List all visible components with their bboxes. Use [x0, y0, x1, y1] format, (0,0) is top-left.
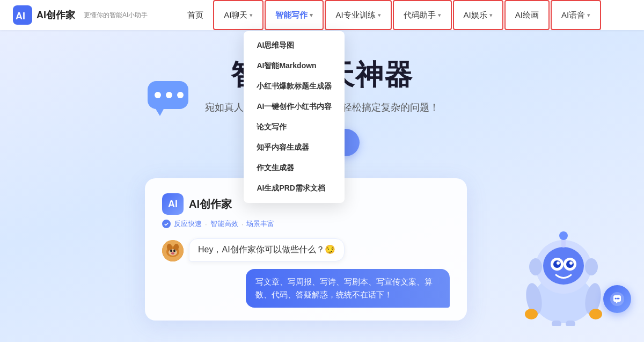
code-helper-arrow-icon: ▾ [438, 12, 441, 19]
svg-point-14 [173, 250, 175, 252]
nav-item-ai-train[interactable]: AI专业训练 ▾ [325, 0, 391, 30]
svg-point-38 [618, 298, 620, 300]
chat-card-title: AI创作家 [189, 197, 232, 212]
nav-label-code-helper: 代码助手 [404, 10, 436, 20]
nav-label-ai-fun: AI娱乐 [464, 10, 487, 20]
robot-illustration [515, 219, 612, 326]
chat-tag-3: 场景丰富 [246, 219, 274, 229]
nav-item-ai-fun[interactable]: AI娱乐 ▾ [453, 0, 503, 30]
chat-tag-2: 智能高效 [210, 219, 238, 229]
nav-item-home[interactable]: 首页 [178, 0, 213, 30]
nav-label-ai-voice: AI语音 [561, 10, 585, 20]
dropdown-item-article-gen[interactable]: 作文生成器 [244, 158, 345, 178]
svg-point-25 [529, 258, 542, 275]
header: AI AI创作家 更懂你的智能AI小助手 首页 AI聊天 ▾ 智能写作 ▾ AI… [0, 0, 644, 30]
dropdown-item-mind-map[interactable]: AI思维导图 [244, 35, 345, 56]
main-nav: 首页 AI聊天 ▾ 智能写作 ▾ AI思维导图 AI智能Markdown 小红书… [148, 0, 631, 30]
logo-sub: 更懂你的智能AI小助手 [84, 11, 148, 20]
svg-point-15 [171, 252, 174, 254]
user-avatar-img [162, 240, 184, 261]
svg-point-7 [162, 220, 171, 228]
ai-voice-arrow-icon: ▾ [587, 12, 590, 19]
svg-rect-33 [552, 321, 561, 326]
chat-support-button[interactable] [603, 285, 631, 313]
user-avatar [162, 240, 184, 261]
nav-label-ai-chat: AI聊天 [224, 10, 247, 20]
svg-text:AI: AI [16, 11, 25, 21]
ai-chat-bubble: 写文章、写周报、写诗、写剧本、写宣传文案、算数、代码、答疑解惑，统统不在话下！ [162, 269, 450, 308]
nav-item-code-helper[interactable]: 代码助手 ▾ [393, 0, 452, 30]
dropdown-item-paper-writing[interactable]: 论文写作 [244, 117, 345, 137]
logo-icon: AI [13, 5, 32, 25]
chat-tag-1: 反应快速 [174, 219, 202, 229]
svg-rect-34 [566, 321, 575, 326]
svg-point-28 [559, 231, 568, 240]
svg-point-32 [589, 309, 602, 319]
nav-label-smart-write: 智能写作 [275, 10, 308, 20]
svg-point-18 [543, 247, 584, 285]
ai-chat-arrow-icon: ▾ [250, 12, 253, 19]
svg-point-36 [615, 298, 617, 300]
svg-point-13 [170, 250, 172, 252]
nav-item-ai-chat[interactable]: AI聊天 ▾ [213, 0, 264, 30]
dropdown-item-smart-md[interactable]: AI智能Markdown [244, 56, 345, 76]
chat-support-icon [610, 292, 625, 307]
user-message: Hey，AI创作家你可以做些什么？😏 [189, 238, 345, 261]
chat-tags: 反应快速 · 智能高效 · 场景丰富 [162, 219, 450, 229]
logo-area: AI AI创作家 更懂你的智能AI小助手 [13, 5, 148, 25]
dropdown-item-xiaohongshu-title[interactable]: 小红书爆款标题生成器 [244, 76, 345, 97]
ai-fun-arrow-icon: ▾ [489, 12, 493, 19]
nav-label-home: 首页 [187, 10, 203, 20]
logo-text: AI创作家 [36, 9, 75, 21]
svg-point-26 [585, 258, 598, 275]
nav-item-smart-write[interactable]: 智能写作 ▾ AI思维导图 AI智能Markdown 小红书爆款标题生成器 AI… [265, 0, 324, 30]
nav-label-ai-train: AI专业训练 [335, 10, 375, 20]
nav-item-ai-draw[interactable]: AI绘画 [504, 0, 550, 30]
tag-icon [162, 220, 171, 228]
dropdown-item-prd-gen[interactable]: AI生成PRD需求文档 [244, 178, 345, 199]
svg-point-31 [525, 309, 538, 319]
user-chat-bubble: Hey，AI创作家你可以做些什么？😏 [162, 238, 450, 261]
svg-point-24 [569, 261, 573, 265]
dropdown-item-xiaohongshu-content[interactable]: AI一键创作小红书内容 [244, 97, 345, 117]
nav-item-ai-voice[interactable]: AI语音 ▾ [551, 0, 601, 30]
smart-write-arrow-icon: ▾ [310, 12, 313, 19]
chat-card-logo: AI [162, 193, 184, 215]
ai-train-arrow-icon: ▾ [378, 12, 381, 19]
ai-message: 写文章、写周报、写诗、写剧本、写宣传文案、算数、代码、答疑解惑，统统不在话下！ [246, 269, 450, 308]
svg-point-23 [557, 261, 560, 265]
nav-label-ai-draw: AI绘画 [515, 10, 539, 20]
svg-point-37 [617, 298, 618, 300]
dropdown-item-zhihu-content[interactable]: 知乎内容生成器 [244, 137, 345, 158]
smart-write-dropdown: AI思维导图 AI智能Markdown 小红书爆款标题生成器 AI一键创作小红书… [244, 31, 345, 203]
